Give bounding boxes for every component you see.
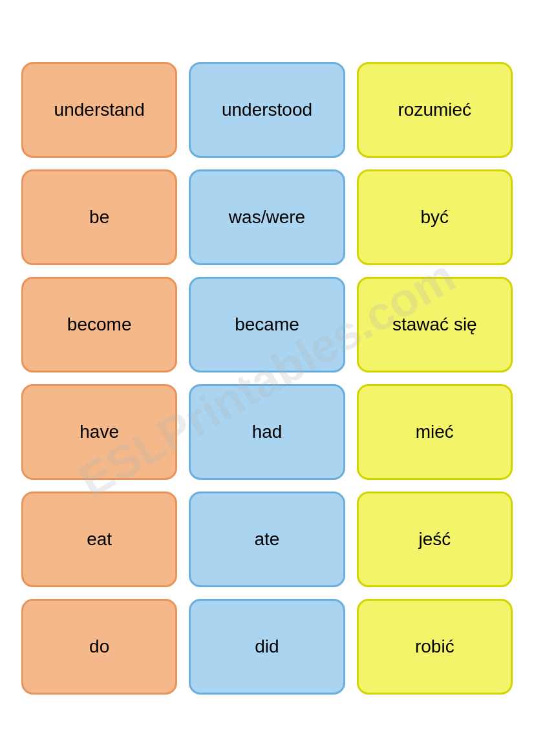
- card-text-row6-col2: did: [255, 636, 279, 657]
- card-row6-col2: did: [189, 599, 345, 695]
- card-text-row4-col2: had: [252, 422, 283, 442]
- card-row6-col1: do: [21, 599, 177, 695]
- card-row5-col2: ate: [189, 491, 345, 587]
- card-text-row3-col1: become: [67, 314, 132, 335]
- card-row1-col1: understand: [21, 62, 177, 158]
- card-text-row4-col1: have: [80, 422, 119, 442]
- card-row2-col1: be: [21, 169, 177, 265]
- card-text-row6-col3: robić: [415, 636, 454, 657]
- card-row5-col3: jeść: [357, 491, 513, 587]
- card-row4-col3: mieć: [357, 384, 513, 480]
- word-grid: understandunderstoodrozumiećbewas/wereby…: [21, 62, 513, 695]
- card-text-row5-col1: eat: [87, 529, 112, 550]
- card-row4-col2: had: [189, 384, 345, 480]
- card-text-row2-col3: być: [421, 207, 449, 228]
- card-text-row2-col2: was/were: [229, 207, 305, 228]
- card-row6-col3: robić: [357, 599, 513, 695]
- card-text-row3-col2: became: [235, 314, 299, 335]
- card-row3-col2: became: [189, 277, 345, 373]
- card-row3-col1: become: [21, 277, 177, 373]
- card-text-row2-col1: be: [89, 207, 109, 228]
- card-text-row6-col1: do: [89, 636, 109, 657]
- card-text-row5-col2: ate: [255, 529, 280, 550]
- card-text-row4-col3: mieć: [416, 422, 454, 442]
- card-text-row5-col3: jeść: [418, 529, 451, 550]
- card-text-row3-col3: stawać się: [392, 314, 477, 335]
- card-row2-col2: was/were: [189, 169, 345, 265]
- card-row2-col3: być: [357, 169, 513, 265]
- card-row1-col2: understood: [189, 62, 345, 158]
- card-row4-col1: have: [21, 384, 177, 480]
- card-row5-col1: eat: [21, 491, 177, 587]
- card-row3-col3: stawać się: [357, 277, 513, 373]
- page: ESLPrintables.com understandunderstoodro…: [0, 0, 534, 756]
- card-text-row1-col3: rozumieć: [398, 100, 472, 120]
- card-row1-col3: rozumieć: [357, 62, 513, 158]
- card-text-row1-col2: understood: [222, 100, 312, 120]
- card-text-row1-col1: understand: [54, 100, 145, 120]
